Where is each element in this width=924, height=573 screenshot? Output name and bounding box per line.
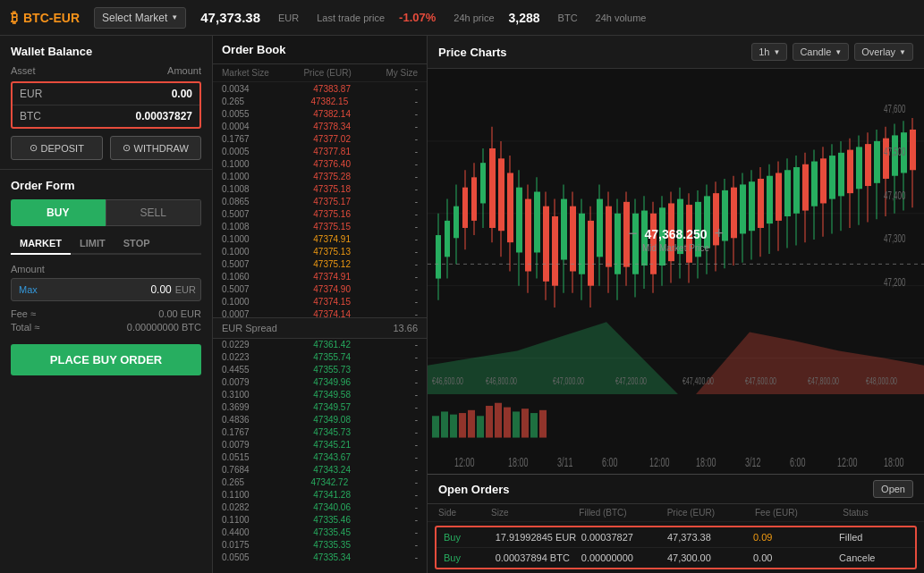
svg-rect-79 [758,179,764,228]
ob-price: 47374.90 [313,284,351,294]
ob-bid-row[interactable]: 0.110047341.28- [213,489,427,501]
oo-filled: 0.00037827 [581,532,667,543]
svg-text:47,500: 47,500 [884,145,905,157]
buy-sell-tabs: BUY SELL [11,199,201,226]
ob-bid-row[interactable]: 0.022347355.74- [213,351,427,364]
ob-size: 0.0505 [222,552,250,562]
ob-ask-row[interactable]: 0.000747374.14- [213,308,427,317]
timeframe-chevron: ▼ [773,48,780,56]
ob-ask-row[interactable]: 0.26547382.15- [213,95,427,107]
ob-ask-row[interactable]: 0.100847375.15- [213,220,427,232]
svg-rect-47 [615,214,621,274]
ob-ask-row[interactable]: 0.500747374.90- [213,282,427,295]
timeframe-selector[interactable]: 1h ▼ [751,43,787,61]
ob-bid-row[interactable]: 0.483647349.08- [213,414,427,426]
ob-my-size: - [415,440,418,450]
ob-bid-row[interactable]: 0.022947361.42- [213,339,427,351]
ob-ask-row[interactable]: 0.500747375.12- [213,257,427,270]
ob-bid-row[interactable]: 0.176747345.73- [213,426,427,439]
ob-price: 47355.74 [313,352,351,362]
ob-bid-row[interactable]: 0.110047335.46- [213,514,427,527]
ob-price: 47341.28 [313,490,351,500]
ob-spread: EUR Spread 13.66 [213,317,427,339]
ob-price: 47340.06 [313,502,351,512]
svg-rect-19 [489,148,496,228]
overlay-label: Overlay [861,46,895,57]
ob-ask-row[interactable]: 0.100847375.18- [213,182,427,195]
chart-type-selector[interactable]: Candle ▼ [793,43,849,61]
svg-rect-113 [910,130,916,170]
ob-bid-row[interactable]: 0.050547335.34- [213,552,427,564]
place-buy-order-button[interactable]: PLACE BUY ORDER [11,344,201,375]
svg-rect-73 [731,188,737,239]
withdraw-button[interactable]: ⊙ WITHDRAW [110,136,202,160]
oo-rows: Buy 17.91992845 EUR 0.00037827 47,373.38… [435,526,917,569]
svg-rect-21 [498,158,504,231]
ob-ask-row[interactable]: 0.100047374.15- [213,295,427,308]
open-orders-button[interactable]: Open [873,480,913,498]
ob-bid-row[interactable]: 0.310047349.58- [213,389,427,401]
svg-rect-101 [856,147,862,189]
ob-ask-row[interactable]: 0.000447378.34- [213,120,427,132]
sell-tab[interactable]: SELL [106,199,202,226]
svg-text:47,300: 47,300 [884,232,905,244]
volume-label: 24h volume [596,13,647,23]
ob-bid-row[interactable]: 0.017547335.35- [213,539,427,552]
mid-price-plus-button[interactable]: + [715,224,725,243]
amount-input[interactable] [38,283,172,296]
bitcoin-icon: ₿ [11,10,18,26]
ob-ask-row[interactable]: 0.100047375.28- [213,170,427,182]
ob-ask-row[interactable]: 0.100047376.40- [213,157,427,170]
mid-price-minus-button[interactable]: − [628,224,638,243]
ob-ask-row[interactable]: 0.106047374.91- [213,270,427,282]
ob-ask-row[interactable]: 0.003447383.87- [213,82,427,95]
ob-my-size: - [415,552,418,562]
ob-price: 47374.15 [313,297,351,307]
oo-filled-header: Filled (BTC) [579,508,666,518]
overlay-selector[interactable]: Overlay ▼ [854,43,913,61]
ob-ask-row[interactable]: 0.176747377.02- [213,132,427,145]
ob-bid-row[interactable]: 0.440047335.45- [213,527,427,539]
buy-tab[interactable]: BUY [11,199,106,226]
ob-my-size: - [415,222,418,232]
mid-price-value: 47,368.250 [644,227,707,241]
ob-ask-row[interactable]: 0.100047374.91- [213,232,427,245]
svg-text:12:00: 12:00 [837,455,858,470]
svg-text:6:00: 6:00 [790,455,806,470]
stop-tab[interactable]: STOP [114,233,159,255]
oo-filled: 0.00000000 [581,552,667,563]
ob-ask-row[interactable]: 0.005547382.14- [213,107,427,120]
market-tab[interactable]: MARKET [11,233,71,255]
max-label[interactable]: Max [19,284,38,295]
ob-bid-row[interactable]: 0.007947349.96- [213,376,427,389]
ob-bid-row[interactable]: 0.028247340.06- [213,501,427,514]
ob-size: 0.0079 [222,440,250,450]
ob-price: 47343.24 [313,465,351,475]
svg-rect-7 [436,235,441,279]
ob-ask-row[interactable]: 0.000547377.81- [213,145,427,157]
ob-bid-row[interactable]: 0.007947345.21- [213,439,427,451]
ob-size: 0.0229 [222,340,250,350]
limit-tab[interactable]: LIMIT [71,233,114,255]
ob-size: 0.1000 [222,247,250,257]
svg-text:18:00: 18:00 [884,455,904,470]
oo-status: Filled [839,532,908,543]
select-market-button[interactable]: Select Market ▼ [94,7,186,29]
ob-ask-row[interactable]: 0.100047375.13- [213,245,427,257]
ob-bid-row[interactable]: 0.051547343.67- [213,451,427,464]
ob-bid-row[interactable]: 0.26547342.72- [213,476,427,489]
svg-rect-121 [495,403,502,438]
deposit-button[interactable]: ⊙ DEPOSIT [11,136,103,160]
ob-ask-row[interactable]: 0.086547375.17- [213,195,427,207]
ob-bid-row[interactable]: 0.369947349.57- [213,401,427,414]
ob-price: 47377.02 [313,134,351,144]
svg-rect-124 [521,409,529,437]
svg-rect-123 [513,411,520,437]
ob-bid-row[interactable]: 0.445547355.73- [213,364,427,376]
ob-price: 47335.35 [313,540,351,550]
eur-amount: 0.00 [172,88,192,100]
ob-bid-row[interactable]: 0.768447343.24- [213,464,427,476]
ob-ask-row[interactable]: 0.500747375.16- [213,207,427,220]
deposit-icon: ⊙ [30,142,38,154]
svg-rect-33 [552,216,558,286]
